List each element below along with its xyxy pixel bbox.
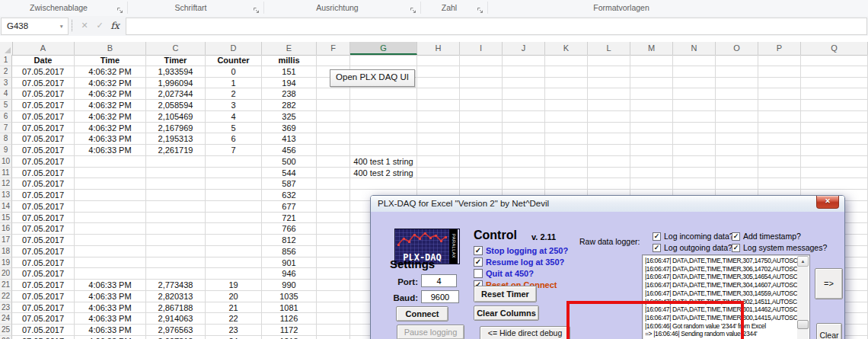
control-checkbox[interactable]: ✓Stop logging at 250?: [474, 245, 568, 256]
cell-P6[interactable]: [758, 111, 801, 123]
cell-P3[interactable]: [758, 78, 801, 89]
column-header-O[interactable]: O: [716, 42, 758, 55]
row-header-23[interactable]: 23: [0, 302, 12, 314]
cell-A12[interactable]: 07.05.2017: [12, 178, 75, 190]
cell-D9[interactable]: 7: [206, 145, 262, 156]
cell-A20[interactable]: 07.05.2017: [12, 268, 75, 280]
row-header-21[interactable]: 21: [0, 280, 12, 291]
cell-I6[interactable]: [460, 111, 503, 123]
cell-A25[interactable]: 07.05.2017: [12, 325, 75, 336]
cell-E2[interactable]: 151: [262, 66, 317, 78]
cell-A10[interactable]: 07.05.2017: [12, 156, 75, 168]
cell-C21[interactable]: 2,773438: [146, 280, 206, 291]
cell-B1[interactable]: Time: [75, 55, 146, 66]
cell-F25[interactable]: [317, 325, 350, 336]
cell-D23[interactable]: 21: [206, 302, 262, 314]
cell-A14[interactable]: 07.05.2017: [12, 201, 75, 213]
column-header-Q[interactable]: Q: [801, 42, 868, 55]
cell-G4[interactable]: [350, 88, 417, 100]
control-checkbox[interactable]: Quit at 450?: [474, 268, 534, 279]
logger-scrollbar[interactable]: ▲: [797, 256, 809, 339]
cell-J2[interactable]: [503, 66, 545, 78]
cell-C20[interactable]: [146, 268, 206, 280]
cell-F12[interactable]: [317, 178, 350, 190]
cell-E25[interactable]: 1172: [262, 325, 317, 336]
cell-B5[interactable]: 4:06:32 PM: [75, 100, 146, 111]
checked-checkbox-icon[interactable]: ✓: [653, 232, 661, 241]
column-header-C[interactable]: C: [146, 42, 206, 55]
cell-I9[interactable]: [460, 145, 503, 156]
formula-input[interactable]: [126, 18, 867, 35]
cell-M12[interactable]: [630, 178, 673, 190]
cell-P12[interactable]: [758, 178, 801, 190]
cell-C10[interactable]: [146, 156, 206, 168]
cell-H7[interactable]: [417, 123, 460, 134]
row-header-12[interactable]: 12: [0, 178, 12, 190]
cell-C1[interactable]: Timer: [146, 55, 206, 66]
control-checkbox[interactable]: ✓Resume log at 350?: [474, 257, 564, 267]
cell-F14[interactable]: [317, 201, 350, 213]
cell-H5[interactable]: [417, 100, 460, 111]
cell-L5[interactable]: [588, 100, 630, 111]
cell-G11[interactable]: 400 test 2 string: [350, 168, 417, 179]
cell-K12[interactable]: [545, 178, 588, 190]
cancel-icon[interactable]: ✕: [78, 18, 91, 34]
cell-J7[interactable]: [503, 123, 545, 134]
cell-E5[interactable]: 282: [262, 100, 317, 111]
cell-C2[interactable]: 1,933594: [146, 66, 206, 78]
cell-C5[interactable]: 2,058594: [146, 100, 206, 111]
column-header-B[interactable]: B: [75, 42, 146, 55]
cell-A7[interactable]: 07.05.2017: [12, 123, 75, 134]
dialog-launcher-icon[interactable]: [116, 4, 124, 11]
cell-O5[interactable]: [716, 100, 758, 111]
row-header-2[interactable]: 2: [0, 66, 12, 78]
cell-K2[interactable]: [545, 66, 588, 78]
pause-logging-button[interactable]: Pause logging: [397, 325, 464, 339]
cell-B18[interactable]: [75, 246, 146, 257]
cell-N12[interactable]: [673, 178, 716, 190]
cell-I8[interactable]: [460, 133, 503, 145]
cell-D22[interactable]: 20: [206, 291, 262, 302]
cell-L12[interactable]: [588, 178, 630, 190]
cell-F6[interactable]: [317, 111, 350, 123]
cell-C13[interactable]: [146, 190, 206, 201]
column-header-P[interactable]: P: [758, 42, 801, 55]
cell-F19[interactable]: [317, 257, 350, 269]
row-header-18[interactable]: 18: [0, 246, 12, 257]
cell-C16[interactable]: [146, 223, 206, 235]
cell-B6[interactable]: 4:06:32 PM: [75, 111, 146, 123]
cell-Q3[interactable]: [801, 78, 868, 89]
row-header-16[interactable]: 16: [0, 223, 12, 235]
cell-E9[interactable]: 456: [262, 145, 317, 156]
cell-M3[interactable]: [630, 78, 673, 89]
cell-K7[interactable]: [545, 123, 588, 134]
cell-P1[interactable]: [758, 55, 801, 66]
cell-B22[interactable]: 4:06:33 PM: [75, 291, 146, 302]
cell-O3[interactable]: [716, 78, 758, 89]
cell-O4[interactable]: [716, 88, 758, 100]
row-header-20[interactable]: 20: [0, 268, 12, 280]
cell-E19[interactable]: 901: [262, 257, 317, 269]
cell-H11[interactable]: [417, 168, 460, 179]
cell-B2[interactable]: 4:06:32 PM: [75, 66, 146, 78]
row-header-10[interactable]: 10: [0, 156, 12, 168]
cell-F20[interactable]: [317, 268, 350, 280]
row-header-1[interactable]: 1: [0, 55, 12, 66]
cell-F22[interactable]: [317, 291, 350, 302]
open-plx-daq-button[interactable]: Open PLX DAQ UI: [330, 69, 415, 87]
logger-checkbox[interactable]: ✓Add timestamp?: [732, 231, 801, 241]
cell-D4[interactable]: 2: [206, 88, 262, 100]
cell-E24[interactable]: 1126: [262, 313, 317, 325]
cell-B21[interactable]: 4:06:33 PM: [75, 280, 146, 291]
cell-Q8[interactable]: [801, 133, 868, 145]
row-header-4[interactable]: 4: [0, 88, 12, 100]
cell-G9[interactable]: [350, 145, 417, 156]
column-header-I[interactable]: I: [460, 42, 503, 55]
cell-D19[interactable]: [206, 257, 262, 269]
cell-J6[interactable]: [503, 111, 545, 123]
cell-N7[interactable]: [673, 123, 716, 134]
cell-J12[interactable]: [503, 178, 545, 190]
cell-C9[interactable]: 2,261719: [146, 145, 206, 156]
cell-A15[interactable]: 07.05.2017: [12, 213, 75, 224]
row-header-5[interactable]: 5: [0, 100, 12, 111]
